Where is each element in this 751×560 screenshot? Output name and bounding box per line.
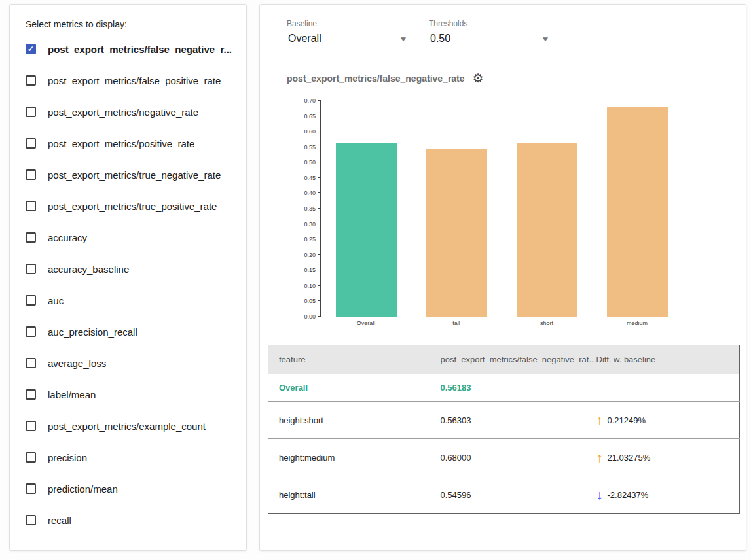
metric-label: auc_precision_recall: [48, 326, 137, 338]
table-column-header: Diff. w. baseline: [586, 345, 740, 374]
checkbox-icon[interactable]: [26, 201, 36, 211]
metric-checkbox-item[interactable]: ✓post_export_metrics/false_negative_r...: [23, 33, 230, 65]
checkbox-icon[interactable]: [26, 138, 36, 149]
value-cell: 0.54596: [430, 476, 586, 514]
up-arrow-icon: ↑: [596, 451, 603, 464]
metric-checkbox-item[interactable]: prediction/mean: [23, 473, 230, 504]
metric-label: label/mean: [48, 389, 96, 400]
checkbox-icon[interactable]: [26, 107, 36, 117]
diff-percent-text: 21.03275%: [608, 453, 651, 463]
y-axis-tick-label: 0.45: [289, 175, 316, 181]
checkbox-icon[interactable]: [26, 169, 36, 180]
metric-label: post_export_metrics/negative_rate: [48, 107, 198, 118]
checkbox-icon[interactable]: [26, 264, 36, 274]
y-axis-tick-label: 0.40: [289, 190, 316, 196]
settings-gear-icon[interactable]: ⚙: [473, 72, 484, 84]
metric-label: auc: [48, 295, 64, 306]
feature-cell: height:short: [268, 402, 430, 439]
metrics-table: featurepost_export_metrics/false_negativ…: [268, 345, 740, 514]
x-axis-tick-label: short: [502, 320, 592, 326]
metric-label: prediction/mean: [48, 483, 118, 495]
table-row: Overall0.56183: [268, 374, 740, 402]
y-axis-tick-label: 0.05: [289, 298, 316, 304]
metric-checkbox-item[interactable]: label/mean: [23, 379, 230, 410]
controls-row: Baseline Overall ▼ Thresholds 0.50 ▼: [287, 19, 734, 48]
metric-checkbox-item[interactable]: post_export_metrics/example_count: [23, 410, 230, 442]
metric-label: post_export_metrics/false_positive_rate: [48, 75, 221, 86]
metric-list: ✓post_export_metrics/false_negative_r...…: [23, 33, 230, 536]
chart-plot-area: 0.000.050.100.150.200.250.300.350.400.45…: [320, 101, 682, 317]
chart-bar-slot: short: [502, 101, 592, 317]
metric-label: post_export_metrics/false_negative_r...: [48, 44, 232, 55]
dropdown-arrow-icon[interactable]: ▼: [399, 35, 408, 43]
diff-percent-text: -2.82437%: [608, 490, 649, 500]
table-column-header: post_export_metrics/false_negative_rat..…: [430, 345, 586, 374]
checkbox-icon[interactable]: [26, 358, 36, 368]
metric-checkbox-item[interactable]: post_export_metrics/false_positive_rate: [23, 65, 230, 96]
chart-bar[interactable]: [336, 143, 397, 317]
chart-title: post_export_metrics/false_negative_rate: [287, 73, 465, 84]
chart-bar[interactable]: [607, 107, 668, 317]
y-axis-tick-label: 0.20: [289, 252, 316, 258]
value-cell: 0.56183: [430, 374, 586, 402]
metric-checkbox-item[interactable]: post_export_metrics/true_negative_rate: [23, 159, 230, 190]
x-axis-tick-label: Overall: [321, 320, 411, 326]
metric-selector-panel: Select metrics to display: ✓post_export_…: [9, 4, 247, 551]
chart-bar-slot: tall: [411, 101, 502, 317]
metric-checkbox-item[interactable]: accuracy: [23, 222, 230, 253]
x-axis-tick-label: medium: [592, 320, 682, 326]
metric-checkbox-item[interactable]: recall: [23, 504, 230, 536]
checkbox-icon[interactable]: [26, 232, 36, 243]
checkbox-icon[interactable]: [26, 295, 36, 306]
y-axis-tick-label: 0.00: [289, 313, 316, 320]
chart-bar[interactable]: [517, 143, 577, 317]
metric-checkbox-item[interactable]: auc_precision_recall: [23, 316, 230, 347]
feature-cell: height:tall: [268, 476, 430, 514]
metric-label: average_loss: [48, 358, 106, 369]
metric-checkbox-item[interactable]: post_export_metrics/negative_rate: [23, 96, 230, 128]
y-axis-tick-label: 0.55: [289, 144, 316, 150]
checkbox-icon[interactable]: [26, 515, 36, 525]
metric-label: post_export_metrics/example_count: [48, 421, 206, 432]
metric-label: accuracy: [48, 232, 87, 243]
diff-value: ↑0.21249%: [596, 413, 729, 427]
x-axis-tick-label: tall: [411, 320, 502, 326]
checkbox-icon[interactable]: [26, 389, 36, 400]
checkbox-icon[interactable]: [26, 483, 36, 494]
y-axis-tick-label: 0.10: [289, 283, 316, 289]
up-arrow-icon: ↑: [596, 413, 603, 427]
checkbox-checked-icon[interactable]: ✓: [26, 44, 36, 54]
checkbox-icon[interactable]: [26, 326, 36, 337]
thresholds-select-value: 0.50: [430, 33, 450, 44]
dropdown-arrow-icon[interactable]: ▼: [541, 35, 550, 43]
feature-cell: Overall: [268, 374, 430, 402]
y-axis-tick-label: 0.50: [289, 159, 316, 166]
diff-cell-wrap: ↑21.03275%: [586, 439, 740, 476]
checkbox-icon[interactable]: [26, 421, 36, 431]
value-cell: 0.56303: [430, 402, 586, 439]
value-cell: 0.68000: [430, 439, 586, 476]
metric-label: precision: [48, 452, 87, 463]
metric-checkbox-item[interactable]: accuracy_baseline: [23, 253, 230, 285]
metric-checkbox-item[interactable]: average_loss: [23, 347, 230, 379]
metric-checkbox-item[interactable]: auc: [23, 285, 230, 316]
y-axis-tick-label: 0.25: [289, 236, 316, 243]
checkbox-icon[interactable]: [26, 75, 36, 86]
y-axis-tick-mark: [318, 100, 321, 101]
metric-label: post_export_metrics/positive_rate: [48, 138, 194, 149]
checkbox-icon[interactable]: [26, 452, 36, 463]
baseline-select-label: Baseline: [287, 19, 408, 28]
chart-bar[interactable]: [426, 149, 487, 317]
table-row: height:medium0.68000↑21.03275%: [268, 439, 740, 476]
baseline-select[interactable]: Baseline Overall ▼: [287, 19, 408, 48]
thresholds-select-label: Thresholds: [429, 19, 550, 28]
table-column-header: feature: [268, 345, 430, 374]
diff-cell-wrap: ↑0.21249%: [586, 402, 740, 439]
thresholds-select[interactable]: Thresholds 0.50 ▼: [429, 19, 550, 48]
metric-checkbox-item[interactable]: post_export_metrics/positive_rate: [23, 128, 230, 159]
metric-checkbox-item[interactable]: post_export_metrics/true_positive_rate: [23, 190, 230, 222]
chart-bar-slot: medium: [592, 101, 682, 317]
metric-checkbox-item[interactable]: precision: [23, 442, 230, 473]
table-row: height:tall0.54596↓-2.82437%: [268, 476, 740, 514]
metric-label: post_export_metrics/true_negative_rate: [48, 169, 221, 181]
